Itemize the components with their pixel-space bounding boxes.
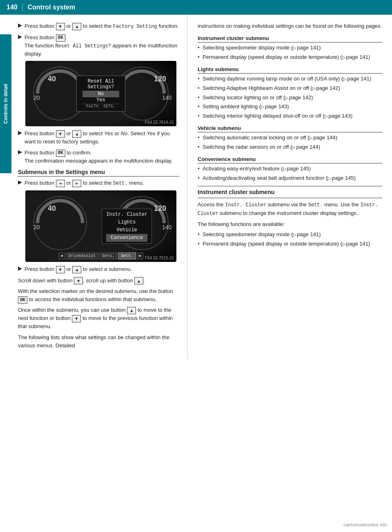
instruction-2: ▶ Press button OK. The function Reset Al… bbox=[18, 34, 179, 58]
cluster-menu: Instr. Cluster Lights Vehicle Convenienc… bbox=[102, 208, 152, 244]
header-bar: 140 Control system bbox=[0, 0, 392, 15]
instruction-1: ▶ Press button or to select the Factory … bbox=[18, 22, 179, 30]
major-instrument-list: Selecting speedometer display mode (page… bbox=[198, 231, 382, 248]
section-heading-vehicle: Vehicle submenu bbox=[198, 125, 382, 132]
section-heading-convenience: Convenience submenu bbox=[198, 156, 382, 163]
image-caption-2: F54.32-7615-31 bbox=[145, 256, 174, 260]
reset-menu-title: Reset All bbox=[82, 78, 119, 84]
para-scroll: Scroll down with button , scroll up with… bbox=[18, 277, 179, 285]
svg-text:40: 40 bbox=[48, 204, 56, 212]
btn-down-5[interactable] bbox=[72, 315, 81, 322]
instruction-text-1: Press button or to select the Factory Se… bbox=[24, 22, 179, 30]
arrow-2: ▶ bbox=[18, 34, 22, 40]
tab-arrow-left[interactable]: ◄ bbox=[58, 253, 65, 259]
instruction-3: ▶ Press button or to select Yes or No. S… bbox=[18, 130, 179, 145]
btn-ok-3[interactable]: OK bbox=[18, 296, 27, 304]
cluster-item-4: Convenience bbox=[106, 234, 147, 242]
section-heading-lights: Lights submenu bbox=[198, 66, 382, 74]
side-tab-label: Controls in detail bbox=[3, 84, 9, 124]
reset-menu-no: No bbox=[82, 91, 119, 97]
arrow-1: ▶ bbox=[18, 22, 22, 28]
svg-text:20: 20 bbox=[33, 94, 40, 101]
btn-ok-1[interactable]: OK bbox=[56, 34, 65, 42]
lights-item-2: Switching Adaptive Highbeam Assist on or… bbox=[198, 85, 382, 92]
arrow-3: ▶ bbox=[18, 130, 22, 136]
lights-item-4: Setting ambient lighting (page 143) bbox=[198, 103, 382, 111]
submenus-heading: Submenus in the Settings menu bbox=[18, 169, 179, 177]
page-number: 140 bbox=[7, 4, 18, 11]
btn-up-4[interactable] bbox=[134, 277, 143, 284]
instrument-item-2: Permanent display (speed display or outs… bbox=[198, 54, 382, 61]
svg-text:20: 20 bbox=[33, 224, 40, 230]
btn-left-1[interactable] bbox=[56, 180, 65, 187]
instruction-5: ▶ Press button or to select the Sett. me… bbox=[18, 179, 179, 187]
major-instrument-item-1: Selecting speedometer display mode (page… bbox=[198, 231, 382, 239]
instruction-text-4: Press button OK to confirm. The confirma… bbox=[24, 149, 173, 165]
btn-up-1[interactable] bbox=[72, 23, 81, 30]
arrow-4: ▶ bbox=[18, 149, 22, 155]
cluster-item-3: Vehicle bbox=[106, 226, 147, 234]
convenience-list: Activating easy-entry/exit feature (page… bbox=[198, 165, 382, 182]
btn-down-4[interactable] bbox=[74, 277, 83, 284]
instrument-list: Selecting speedometer display mode (page… bbox=[198, 44, 382, 61]
watermark: carmanualsonline.info bbox=[343, 522, 387, 527]
vehicle-list: Switching automatic central locking on o… bbox=[198, 134, 382, 151]
major-section-heading: Instrument cluster submenu bbox=[198, 189, 382, 196]
vehicle-item-2: Switching the radar sensors on or off (p… bbox=[198, 143, 382, 151]
instruction-text-6: Press button or to select a submenu. bbox=[24, 265, 132, 273]
btn-down-2[interactable] bbox=[56, 130, 65, 138]
lights-item-3: Switching locator lighting on or off (pa… bbox=[198, 94, 382, 102]
instruction-6: ▶ Press button or to select a submenu. bbox=[18, 265, 179, 273]
para-selection: With the selection marker on the desired… bbox=[18, 287, 179, 304]
lights-list: Switching daytime running lamp mode on o… bbox=[198, 75, 382, 120]
instruction-text-3: Press button or to select Yes or No. Sel… bbox=[24, 130, 179, 145]
svg-text:120: 120 bbox=[154, 204, 166, 212]
convenience-item-2: Activating/deactivating seat belt adjust… bbox=[198, 174, 382, 182]
major-section-intro: Access the Instr. Cluster submenu via th… bbox=[198, 201, 382, 217]
btn-up-3[interactable] bbox=[72, 266, 81, 273]
header-title: Control system bbox=[28, 4, 75, 11]
section-heading-instrument: Instrument cluster submenu bbox=[198, 35, 382, 42]
instruction-text-5: Press button or to select the Sett. menu… bbox=[24, 179, 144, 187]
btn-right-1[interactable] bbox=[72, 180, 81, 187]
btn-down-3[interactable] bbox=[56, 266, 65, 273]
right-intro: instructions on making individual settin… bbox=[198, 22, 382, 30]
btn-up-2[interactable] bbox=[72, 130, 81, 138]
cluster-item-1: Instr. Cluster bbox=[106, 210, 147, 218]
major-section-underline bbox=[198, 198, 382, 198]
svg-text:140: 140 bbox=[162, 94, 172, 101]
reset-menu-footer: FACTV. SETS. bbox=[82, 104, 119, 109]
reset-menu-yes: Yes bbox=[82, 97, 119, 103]
image-caption-1: F54.32-7614-31 bbox=[145, 120, 174, 125]
cluster-item-2: Lights bbox=[106, 219, 147, 226]
para-within: Once within the submenu, you can use but… bbox=[18, 306, 179, 331]
btn-up-5[interactable] bbox=[127, 307, 136, 314]
left-column: ▶ Press button or to select the Factory … bbox=[0, 15, 188, 360]
instrument-item-1: Selecting speedometer display mode (page… bbox=[198, 44, 382, 52]
tabs-bar: ◄ DriveAssist Seru. Sett. ► bbox=[58, 253, 143, 259]
reset-menu-line2: Settings? bbox=[82, 84, 119, 90]
arrow-5: ▶ bbox=[18, 179, 22, 185]
main-wrapper: Controls in detail ▶ Press button or to … bbox=[0, 15, 392, 360]
tab-sett[interactable]: Sett. bbox=[118, 253, 136, 259]
vehicle-item-1: Switching automatic central locking on o… bbox=[198, 134, 382, 142]
major-section-divider bbox=[198, 186, 382, 186]
lights-item-5: Switching interior lighting delayed shut… bbox=[198, 112, 382, 120]
svg-point-6 bbox=[33, 197, 87, 250]
btn-ok-2[interactable]: OK bbox=[56, 150, 65, 157]
svg-text:40: 40 bbox=[48, 75, 56, 83]
instruction-4: ▶ Press button OK to confirm. The confir… bbox=[18, 149, 179, 165]
svg-text:140: 140 bbox=[162, 224, 172, 230]
major-instrument-item-2: Permanent display (speed display or outs… bbox=[198, 240, 382, 248]
tab-driveassist[interactable]: DriveAssist bbox=[66, 253, 98, 259]
lights-item-1: Switching daytime running lamp mode on o… bbox=[198, 75, 382, 83]
tab-arrow-right[interactable]: ► bbox=[137, 253, 143, 259]
tab-seru[interactable]: Seru. bbox=[99, 253, 117, 259]
side-tab: Controls in detail bbox=[0, 34, 11, 173]
para-lists: The following lists show what settings c… bbox=[18, 333, 179, 350]
btn-down-1[interactable] bbox=[56, 23, 65, 30]
header-divider bbox=[22, 3, 23, 11]
instruction-text-2: Press button OK. The function Reset All … bbox=[24, 34, 179, 58]
svg-text:120: 120 bbox=[154, 75, 166, 83]
convenience-item-1: Activating easy-entry/exit feature (page… bbox=[198, 165, 382, 173]
